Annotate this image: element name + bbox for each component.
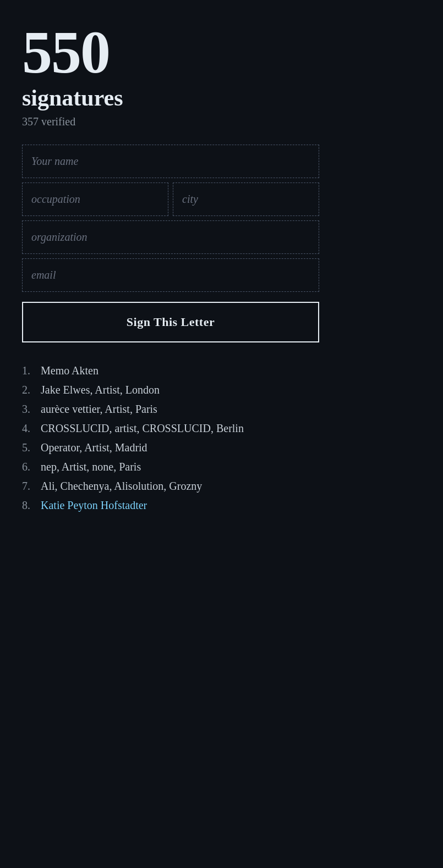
name-input[interactable] [22,145,319,178]
list-number: 2. [22,384,37,396]
signatures-list: 1.Memo Akten2.Jake Elwes, Artist, London… [22,364,352,512]
list-name: Memo Akten [41,364,99,377]
occupation-input[interactable] [22,183,168,216]
list-number: 5. [22,441,37,454]
signature-count: 550 [22,22,421,82]
list-name: CROSSLUCID, artist, CROSSLUCID, Berlin [41,422,244,435]
list-item: 3.aurèce vettier, Artist, Paris [22,403,352,416]
list-number: 4. [22,422,37,435]
list-item: 7.Ali, Chechenya, Alisolution, Grozny [22,480,352,493]
list-number: 3. [22,403,37,416]
list-name: Operator, Artist, Madrid [41,441,147,454]
list-item: 6.nep, Artist, none, Paris [22,461,352,473]
list-number: 1. [22,364,37,377]
email-input[interactable] [22,258,319,292]
sign-button[interactable]: Sign This Letter [22,302,319,342]
organization-input[interactable] [22,220,319,254]
list-name: Jake Elwes, Artist, London [41,384,160,396]
list-item: 1.Memo Akten [22,364,352,377]
list-name: Ali, Chechenya, Alisolution, Grozny [41,480,202,493]
city-input[interactable] [173,183,319,216]
list-item: 8.Katie Peyton Hofstadter [22,499,352,512]
list-name: Katie Peyton Hofstadter [41,499,147,512]
list-number: 8. [22,499,37,512]
verified-label: 357 verified [22,115,421,128]
list-number: 7. [22,480,37,493]
sign-form: Sign This Letter [22,145,319,342]
list-number: 6. [22,461,37,473]
list-name: aurèce vettier, Artist, Paris [41,403,157,416]
list-item: 5.Operator, Artist, Madrid [22,441,352,454]
signatures-label: signatures [22,85,421,111]
list-item: 2.Jake Elwes, Artist, London [22,384,352,396]
list-item: 4.CROSSLUCID, artist, CROSSLUCID, Berlin [22,422,352,435]
list-name: nep, Artist, none, Paris [41,461,141,473]
